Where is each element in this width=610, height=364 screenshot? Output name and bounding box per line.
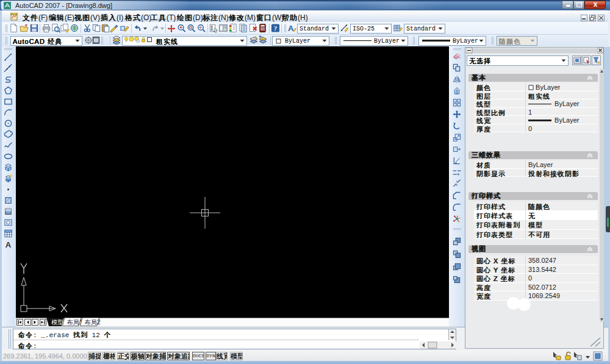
svg-text:布局2: 布局2: [84, 319, 101, 326]
svg-text:A: A: [5, 240, 12, 249]
svg-text:A: A: [288, 24, 294, 33]
svg-text:?: ?: [274, 24, 278, 32]
svg-text:模型: 模型: [51, 319, 63, 326]
